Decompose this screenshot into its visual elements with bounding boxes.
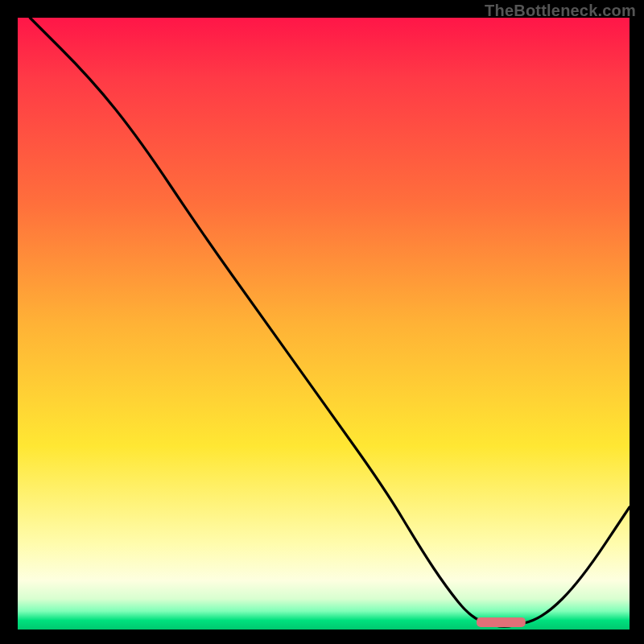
optimal-zone-marker bbox=[477, 617, 526, 627]
chart-stage: TheBottleneck.com bbox=[0, 0, 644, 644]
watermark-text: TheBottleneck.com bbox=[485, 2, 636, 20]
bottleneck-curve bbox=[30, 18, 630, 626]
chart-overlay bbox=[0, 0, 644, 644]
curve-group bbox=[30, 18, 630, 626]
marker-group bbox=[477, 617, 526, 627]
